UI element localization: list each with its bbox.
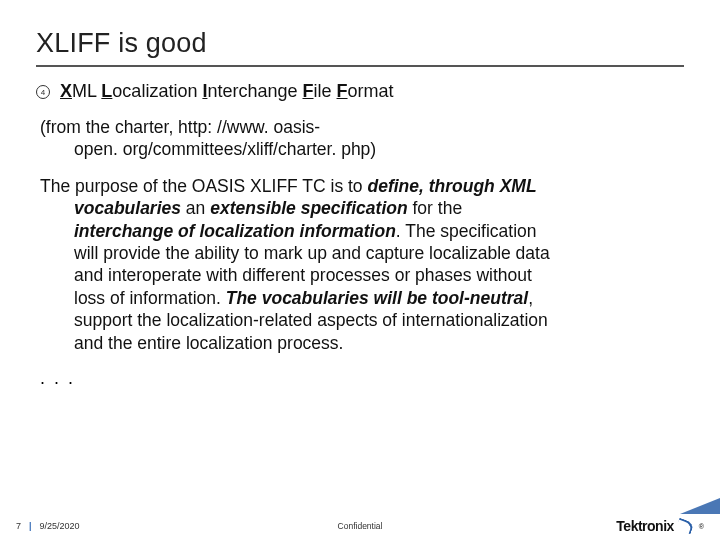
brand-name: Tektronix bbox=[616, 518, 673, 534]
footer-date: 9/25/2020 bbox=[40, 521, 80, 531]
purpose-paragraph: The purpose of the OASIS XLIFF TC is to … bbox=[36, 175, 684, 354]
ellipsis: . . . bbox=[36, 368, 684, 389]
swoosh-icon bbox=[677, 519, 695, 533]
charter-reference: (from the charter, http: //www. oasis- o… bbox=[36, 116, 684, 161]
footer-left: 7 | 9/25/2020 bbox=[16, 521, 80, 531]
acronym-expansion: XML Localization Interchange File Format bbox=[60, 81, 394, 102]
title-block: XLIFF is good bbox=[36, 28, 684, 67]
page-number: 7 bbox=[16, 521, 21, 531]
registered-mark: ® bbox=[699, 523, 704, 530]
bullet-item: 4 XML Localization Interchange File Form… bbox=[36, 81, 684, 102]
footer: 7 | 9/25/2020 Confidential Tektronix ® bbox=[0, 512, 720, 540]
tektronix-logo: Tektronix ® bbox=[616, 518, 704, 534]
footer-right: Tektronix ® bbox=[616, 518, 704, 534]
slide-title: XLIFF is good bbox=[36, 28, 684, 59]
confidential-label: Confidential bbox=[338, 521, 383, 531]
bullet-icon: 4 bbox=[36, 85, 50, 99]
footer-divider: | bbox=[29, 521, 32, 531]
